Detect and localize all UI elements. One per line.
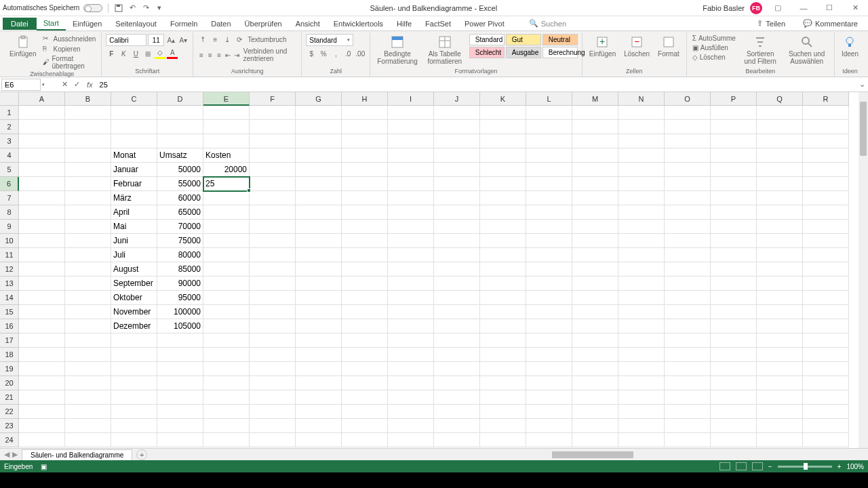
cell[interactable]: Januar bbox=[111, 163, 157, 177]
cell[interactable] bbox=[572, 191, 618, 205]
cell[interactable] bbox=[480, 234, 526, 248]
cell[interactable] bbox=[434, 177, 480, 191]
row-header[interactable]: 21 bbox=[0, 390, 19, 405]
cell[interactable] bbox=[665, 405, 711, 419]
cell[interactable] bbox=[665, 262, 711, 277]
formula-input[interactable] bbox=[97, 79, 856, 91]
row-header[interactable]: 14 bbox=[0, 291, 19, 305]
cell[interactable] bbox=[250, 148, 296, 163]
cell[interactable] bbox=[526, 419, 572, 433]
cell[interactable] bbox=[618, 291, 665, 305]
cell[interactable] bbox=[665, 433, 711, 447]
cell[interactable] bbox=[665, 148, 711, 163]
cell[interactable] bbox=[618, 134, 665, 148]
tab-ansicht[interactable]: Ansicht bbox=[289, 18, 327, 30]
cell[interactable] bbox=[618, 120, 665, 134]
cell[interactable] bbox=[19, 163, 65, 177]
fill-handle[interactable] bbox=[247, 188, 251, 192]
fill-button[interactable]: ▣Ausfüllen bbox=[691, 43, 737, 52]
cell[interactable] bbox=[388, 419, 434, 433]
cell[interactable] bbox=[342, 106, 388, 120]
cell[interactable] bbox=[803, 163, 849, 177]
cell[interactable] bbox=[665, 191, 711, 205]
cell[interactable] bbox=[757, 177, 803, 191]
cell[interactable] bbox=[665, 291, 711, 305]
cell[interactable] bbox=[296, 333, 342, 348]
cell[interactable] bbox=[803, 305, 849, 319]
cell[interactable] bbox=[388, 163, 434, 177]
cell[interactable] bbox=[111, 120, 157, 134]
cell[interactable] bbox=[665, 248, 711, 262]
cell[interactable] bbox=[342, 348, 388, 362]
page-layout-view-button[interactable] bbox=[736, 462, 747, 470]
cell[interactable] bbox=[434, 433, 480, 447]
row-header[interactable]: 5 bbox=[0, 163, 19, 177]
cell[interactable] bbox=[342, 220, 388, 234]
confirm-edit-button[interactable]: ✓ bbox=[71, 79, 83, 91]
style-berechnung[interactable]: Berechnung bbox=[542, 47, 578, 58]
cell[interactable] bbox=[250, 191, 296, 205]
cell[interactable] bbox=[65, 362, 111, 376]
cell[interactable] bbox=[434, 333, 480, 348]
column-header[interactable]: E bbox=[203, 92, 250, 106]
cell[interactable] bbox=[757, 305, 803, 319]
underline-button[interactable]: U bbox=[130, 48, 141, 59]
cell[interactable] bbox=[388, 333, 434, 348]
cell[interactable] bbox=[388, 191, 434, 205]
cell[interactable] bbox=[250, 291, 296, 305]
cell[interactable] bbox=[19, 148, 65, 163]
cell[interactable] bbox=[480, 305, 526, 319]
cell[interactable] bbox=[203, 319, 250, 333]
cell[interactable] bbox=[526, 405, 572, 419]
row-header[interactable]: 4 bbox=[0, 148, 19, 163]
style-standard[interactable]: Standard bbox=[469, 34, 505, 45]
cell[interactable] bbox=[618, 376, 665, 390]
cell[interactable] bbox=[434, 390, 480, 405]
cell[interactable] bbox=[711, 106, 757, 120]
fill-color-button[interactable]: ◇ bbox=[155, 48, 165, 59]
cell[interactable] bbox=[711, 248, 757, 262]
cell[interactable] bbox=[203, 376, 250, 390]
ideas-button[interactable]: Ideen bbox=[839, 34, 861, 59]
cell[interactable] bbox=[803, 362, 849, 376]
cell[interactable] bbox=[296, 305, 342, 319]
cell[interactable] bbox=[711, 362, 757, 376]
cell[interactable]: Februar bbox=[111, 177, 157, 191]
cell[interactable] bbox=[618, 277, 665, 291]
cell[interactable] bbox=[526, 163, 572, 177]
undo-icon[interactable]: ↶ bbox=[127, 3, 137, 13]
page-break-view-button[interactable] bbox=[752, 462, 763, 470]
decrease-font-icon[interactable]: A▾ bbox=[178, 35, 189, 45]
cell[interactable] bbox=[665, 305, 711, 319]
file-tab[interactable]: Datei bbox=[3, 18, 37, 30]
format-painter-button[interactable]: 🖌Format übertragen bbox=[41, 54, 97, 70]
cell[interactable]: Kosten bbox=[203, 148, 250, 163]
cell[interactable] bbox=[711, 319, 757, 333]
cell[interactable] bbox=[572, 305, 618, 319]
cell[interactable] bbox=[434, 106, 480, 120]
cell[interactable] bbox=[665, 376, 711, 390]
cell[interactable] bbox=[526, 262, 572, 277]
cell[interactable] bbox=[203, 277, 250, 291]
cell[interactable] bbox=[572, 134, 618, 148]
row-header[interactable]: 8 bbox=[0, 205, 19, 220]
cell[interactable] bbox=[203, 248, 250, 262]
cell[interactable] bbox=[757, 333, 803, 348]
cell[interactable] bbox=[480, 191, 526, 205]
cell[interactable] bbox=[250, 333, 296, 348]
cell[interactable] bbox=[526, 390, 572, 405]
cell[interactable] bbox=[757, 262, 803, 277]
cell[interactable] bbox=[342, 305, 388, 319]
cell[interactable] bbox=[434, 405, 480, 419]
increase-decimal-icon[interactable]: .0 bbox=[342, 48, 353, 59]
row-header[interactable]: 11 bbox=[0, 248, 19, 262]
cell[interactable] bbox=[618, 390, 665, 405]
autosave-toggle[interactable] bbox=[83, 4, 102, 12]
row-header[interactable]: 12 bbox=[0, 262, 19, 277]
expand-formula-bar-icon[interactable]: ⌄ bbox=[856, 80, 868, 89]
cell[interactable] bbox=[296, 376, 342, 390]
cell[interactable] bbox=[757, 248, 803, 262]
cell[interactable] bbox=[480, 248, 526, 262]
cell[interactable] bbox=[342, 405, 388, 419]
cell[interactable] bbox=[480, 291, 526, 305]
